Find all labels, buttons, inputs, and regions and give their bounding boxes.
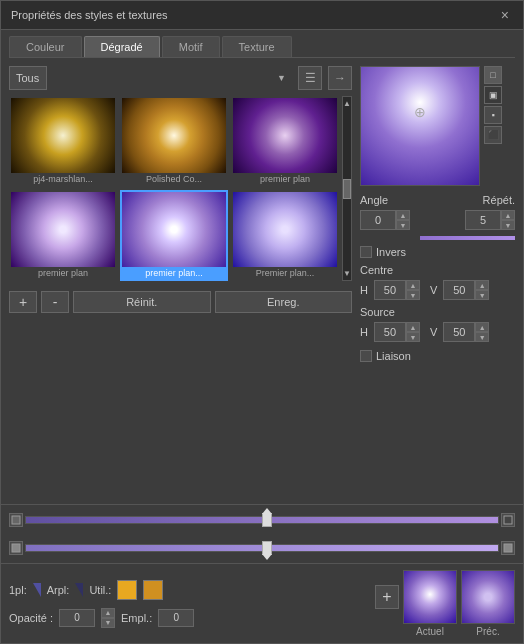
- opacity-input[interactable]: [59, 609, 95, 627]
- side-icon-1[interactable]: □: [484, 66, 502, 84]
- list-item[interactable]: pj4-marshlan...: [9, 96, 117, 187]
- angle-up-btn[interactable]: ▲: [396, 210, 410, 220]
- slider-left-end-1[interactable]: [9, 513, 23, 527]
- previous-gradient-thumb[interactable]: [461, 570, 515, 624]
- side-icon-3[interactable]: ▪: [484, 106, 502, 124]
- label-arpl: Arpl:: [47, 584, 70, 596]
- reset-button[interactable]: Réinit.: [73, 291, 211, 313]
- angle-down-btn[interactable]: ▼: [396, 220, 410, 230]
- tabs-row: Couleur Dégradé Motif Texture: [1, 30, 523, 57]
- svg-rect-2: [12, 544, 20, 552]
- centre-label: Centre: [360, 264, 515, 276]
- invers-checkbox[interactable]: [360, 246, 372, 258]
- arrow-button[interactable]: →: [328, 66, 352, 90]
- opacity-down-btn[interactable]: ▼: [101, 618, 115, 628]
- repeat-label: Répét.: [483, 194, 515, 206]
- svg-rect-3: [504, 544, 512, 552]
- main-window: Propriétés des styles et textures × Coul…: [0, 0, 524, 644]
- current-gradient-thumb[interactable]: [403, 570, 457, 624]
- side-icon-4[interactable]: ⬛: [484, 126, 502, 144]
- centre-h-input[interactable]: [374, 280, 406, 300]
- scroll-up-icon[interactable]: ▲: [343, 99, 351, 108]
- arrow-icon: →: [334, 71, 346, 85]
- close-button[interactable]: ×: [497, 7, 513, 23]
- list-item[interactable]: premier plan: [9, 190, 117, 281]
- list-item[interactable]: Polished Co...: [120, 96, 228, 187]
- repeat-spinner: ▲ ▼: [465, 210, 515, 230]
- repeat-down-btn[interactable]: ▼: [501, 220, 515, 230]
- source-h-input[interactable]: [374, 322, 406, 342]
- side-icons: □ ▣ ▪ ⬛: [484, 66, 502, 186]
- centre-h-spin-buttons: ▲ ▼: [406, 280, 420, 300]
- invers-row: Invers: [360, 246, 515, 258]
- swatch-yellow[interactable]: [117, 580, 137, 600]
- preview-wrapper: ⊕ □ ▣ ▪ ⬛: [360, 66, 515, 186]
- svg-rect-0: [12, 516, 20, 524]
- source-v-input[interactable]: [443, 322, 475, 342]
- source-v-label: V: [430, 326, 437, 338]
- bottom-bar-left: 1pl: Arpl: Util.: Opacité : ▲ ▼: [9, 580, 369, 628]
- angle-repeat-labels: Angle Répét.: [360, 194, 515, 206]
- opacity-row: Opacité : ▲ ▼ Empl.:: [9, 608, 194, 628]
- liaison-label: Liaison: [376, 350, 411, 362]
- centre-v-input[interactable]: [443, 280, 475, 300]
- tab-degrade[interactable]: Dégradé: [84, 36, 160, 57]
- centre-v-up-btn[interactable]: ▲: [475, 280, 489, 290]
- angle-input[interactable]: [360, 210, 396, 230]
- opacity-up-btn[interactable]: ▲: [101, 608, 115, 618]
- source-label: Source: [360, 306, 515, 318]
- source-h-up-btn[interactable]: ▲: [406, 322, 420, 332]
- centre-v-down-btn[interactable]: ▼: [475, 290, 489, 300]
- source-v-down-btn[interactable]: ▼: [475, 332, 489, 342]
- liaison-checkbox[interactable]: [360, 350, 372, 362]
- thumb-area: + Actuel Préc.: [375, 570, 515, 637]
- category-dropdown[interactable]: Tous: [9, 66, 47, 90]
- centre-h-label: H: [360, 284, 368, 296]
- label-util: Util.:: [89, 584, 111, 596]
- bottom-buttons-row: + - Réinit. Enreg.: [9, 291, 352, 313]
- gradient-grid: pj4-marshlan... Polished Co... premier p…: [9, 96, 339, 281]
- centre-h-down-btn[interactable]: ▼: [406, 290, 420, 300]
- slider-right-end-1[interactable]: [501, 513, 515, 527]
- slider-right-end-2[interactable]: [501, 541, 515, 555]
- empl-label: Empl.:: [121, 612, 152, 624]
- remove-button[interactable]: -: [41, 291, 69, 313]
- repeat-up-btn[interactable]: ▲: [501, 210, 515, 220]
- centre-h-spinner: ▲ ▼: [374, 280, 420, 300]
- slider-handle-2[interactable]: [262, 541, 272, 555]
- scroll-thumb[interactable]: [343, 179, 351, 199]
- slider-handle-1[interactable]: [262, 513, 272, 527]
- triangle-arpl[interactable]: [75, 583, 83, 597]
- repeat-input[interactable]: [465, 210, 501, 230]
- gradient-preview: [233, 98, 337, 173]
- list-item[interactable]: Premier plan...: [231, 190, 339, 281]
- triangle-1pl[interactable]: [33, 583, 41, 597]
- thumb-labels-row: Actuel Préc.: [375, 626, 515, 637]
- side-icon-2[interactable]: ▣: [484, 86, 502, 104]
- scrollbar[interactable]: ▲ ▼: [342, 96, 352, 281]
- source-v-up-btn[interactable]: ▲: [475, 322, 489, 332]
- tab-texture[interactable]: Texture: [222, 36, 292, 57]
- slider-section-bottom: [1, 535, 523, 563]
- list-item[interactable]: premier plan: [231, 96, 339, 187]
- add-button[interactable]: +: [9, 291, 37, 313]
- swatch-gold[interactable]: [143, 580, 163, 600]
- tab-couleur[interactable]: Couleur: [9, 36, 82, 57]
- list-item[interactable]: premier plan...: [120, 190, 228, 281]
- save-button[interactable]: Enreg.: [215, 291, 353, 313]
- empl-input[interactable]: [158, 609, 194, 627]
- add-style-button[interactable]: +: [375, 585, 399, 609]
- gradient-preview: [122, 192, 226, 267]
- prec-label: Préc.: [461, 626, 515, 637]
- tab-motif[interactable]: Motif: [162, 36, 220, 57]
- slider-left-end-2[interactable]: [9, 541, 23, 555]
- scroll-down-icon[interactable]: ▼: [343, 269, 351, 278]
- swatches-row: 1pl: Arpl: Util.:: [9, 580, 194, 600]
- gradient-preview-large: ⊕: [360, 66, 480, 186]
- gradient-label: premier plan...: [122, 267, 226, 279]
- title-bar: Propriétés des styles et textures ×: [1, 1, 523, 30]
- list-view-button[interactable]: ☰: [298, 66, 322, 90]
- opacity-label: Opacité :: [9, 612, 53, 624]
- source-h-down-btn[interactable]: ▼: [406, 332, 420, 342]
- centre-h-up-btn[interactable]: ▲: [406, 280, 420, 290]
